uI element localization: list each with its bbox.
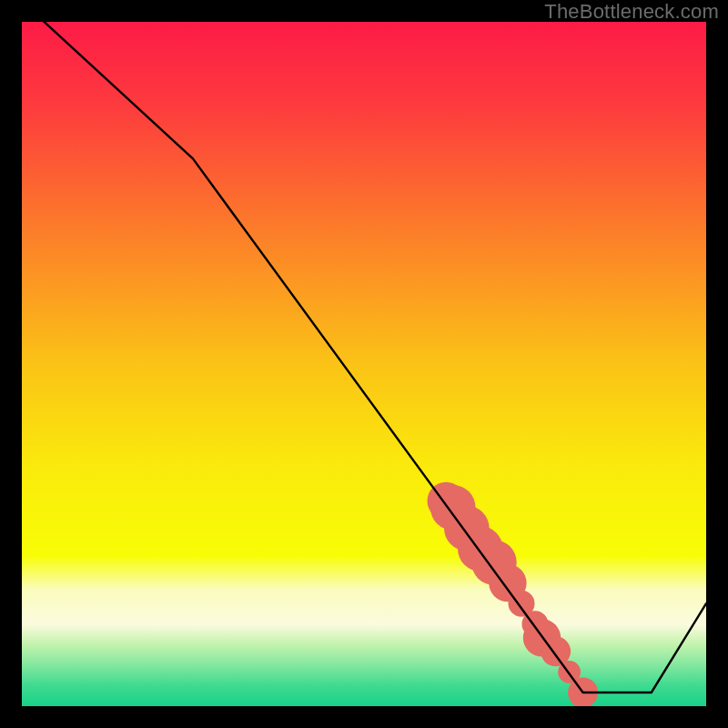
watermark-text: TheBottleneck.com (544, 0, 719, 24)
bottleneck-chart (22, 22, 706, 706)
chart-frame (22, 22, 706, 706)
chart-background (22, 22, 706, 706)
